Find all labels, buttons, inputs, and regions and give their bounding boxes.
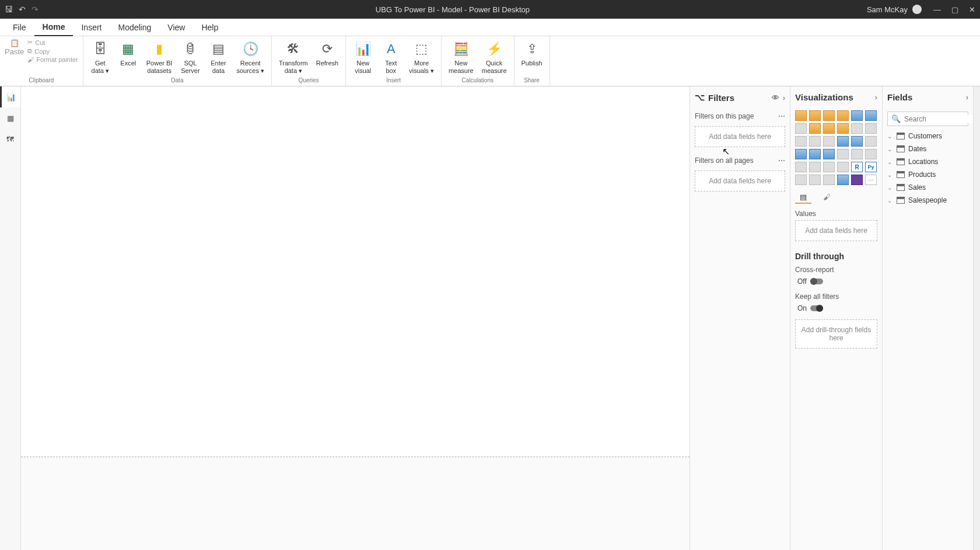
redo-icon[interactable]: ↷ xyxy=(32,5,38,14)
refresh-icon: ⟳ xyxy=(318,40,337,58)
get-data-button[interactable]: 🗄Get data ▾ xyxy=(88,39,113,75)
funnel-icon[interactable] xyxy=(809,136,821,147)
copy-button[interactable]: ⧉Copy xyxy=(27,47,78,55)
refresh-button[interactable]: ⟳Refresh xyxy=(314,39,341,68)
transform-data-button[interactable]: 🛠Transform data ▾ xyxy=(276,39,310,75)
menu-home[interactable]: Home xyxy=(34,19,74,36)
scrollbar-stub[interactable] xyxy=(973,86,980,550)
python-visual-icon[interactable]: Py xyxy=(865,162,877,172)
line-clustered-column-icon[interactable] xyxy=(837,123,849,134)
user-account[interactable]: Sam McKay xyxy=(867,5,922,14)
arcgis-icon[interactable] xyxy=(837,175,849,185)
eye-icon[interactable]: 👁 xyxy=(772,93,779,102)
donut-icon[interactable] xyxy=(851,136,863,147)
quick-measure-button[interactable]: ⚡Quick measure xyxy=(480,39,509,75)
decomposition-icon[interactable] xyxy=(809,175,821,185)
field-table-customers[interactable]: ⌄Customers xyxy=(883,130,973,142)
filters-on-page-label: Filters on this page⋯ xyxy=(690,109,790,124)
window-title: UBG To Power BI - Model - Power BI Deskt… xyxy=(38,5,867,14)
maximize-icon[interactable]: ▢ xyxy=(951,5,958,14)
table-icon xyxy=(897,133,905,140)
report-canvas[interactable] xyxy=(21,86,690,457)
r-visual-icon[interactable]: R xyxy=(851,162,863,172)
ellipsis-icon[interactable]: ⋯ xyxy=(778,112,785,120)
map-icon[interactable] xyxy=(795,149,807,159)
filled-map-icon[interactable] xyxy=(809,149,821,159)
new-measure-button[interactable]: 🧮New measure xyxy=(446,39,476,75)
filters-page-dropzone[interactable]: Add data fields here xyxy=(695,126,785,147)
paste-button[interactable]: 📋 Paste xyxy=(5,39,24,56)
more-visuals-icon[interactable]: ⋯ xyxy=(865,175,877,185)
clipboard-icon: 📋 xyxy=(10,39,19,47)
pbi-datasets-button[interactable]: ▮Power BI datasets xyxy=(144,39,175,75)
model-view-button[interactable]: 🗺 xyxy=(0,128,20,149)
100-stacked-bar-icon[interactable] xyxy=(851,110,863,121)
stacked-column-icon[interactable] xyxy=(809,110,821,121)
more-visuals-button[interactable]: ⬚More visuals ▾ xyxy=(407,39,436,75)
ribbon-chart-icon[interactable] xyxy=(865,123,877,134)
drill-through-dropzone[interactable]: Add drill-through fields here xyxy=(795,319,877,349)
undo-icon[interactable]: ↶ xyxy=(19,5,26,14)
clustered-column-icon[interactable] xyxy=(837,110,849,121)
cross-report-toggle[interactable] xyxy=(810,279,823,284)
enter-data-button[interactable]: ▤Enter data xyxy=(206,39,230,75)
search-input[interactable] xyxy=(904,115,980,123)
sql-server-button[interactable]: 🛢SQL Server xyxy=(178,39,202,75)
100-stacked-column-icon[interactable] xyxy=(865,110,877,121)
cut-button[interactable]: ✂Cut xyxy=(27,39,78,46)
new-visual-button[interactable]: 📊New visual xyxy=(351,39,375,75)
values-dropzone[interactable]: Add data fields here xyxy=(795,220,877,241)
pie-icon[interactable] xyxy=(837,136,849,147)
shape-map-icon[interactable] xyxy=(823,149,835,159)
treemap-icon[interactable] xyxy=(865,136,877,147)
matrix-icon[interactable] xyxy=(837,162,849,172)
field-table-locations[interactable]: ⌄Locations xyxy=(883,155,973,168)
field-table-products[interactable]: ⌄Products xyxy=(883,168,973,181)
fields-tab-icon[interactable]: ▤ xyxy=(795,191,811,204)
waterfall-icon[interactable] xyxy=(795,136,807,147)
menu-view[interactable]: View xyxy=(159,19,193,36)
stacked-bar-icon[interactable] xyxy=(795,110,807,121)
format-painter-button[interactable]: 🖌Format painter xyxy=(27,56,78,63)
stacked-area-icon[interactable] xyxy=(823,123,835,134)
card-icon[interactable] xyxy=(851,149,863,159)
menu-insert[interactable]: Insert xyxy=(73,19,110,36)
gauge-icon[interactable] xyxy=(837,149,849,159)
excel-button[interactable]: ▦Excel xyxy=(116,39,141,68)
recent-sources-button[interactable]: 🕓Recent sources ▾ xyxy=(234,39,267,75)
filters-all-dropzone[interactable]: Add data fields here xyxy=(695,170,785,192)
menu-modeling[interactable]: Modeling xyxy=(110,19,159,36)
report-view-button[interactable]: 📊 xyxy=(0,86,20,107)
line-chart-icon[interactable] xyxy=(795,123,807,134)
keep-filters-toggle[interactable] xyxy=(810,305,823,311)
scatter-icon[interactable] xyxy=(823,136,835,147)
key-influencers-icon[interactable] xyxy=(795,175,807,185)
format-tab-icon[interactable]: 🖌 xyxy=(818,191,835,204)
qa-icon[interactable] xyxy=(823,175,835,185)
collapse-icon[interactable]: › xyxy=(966,93,968,102)
area-chart-icon[interactable] xyxy=(809,123,821,134)
clustered-bar-icon[interactable] xyxy=(823,110,835,121)
minimize-icon[interactable]: — xyxy=(933,5,941,14)
slicer-icon[interactable] xyxy=(809,162,821,172)
kpi-icon[interactable] xyxy=(795,162,807,172)
line-stacked-column-icon[interactable] xyxy=(851,123,863,134)
text-box-button[interactable]: AText box xyxy=(379,39,403,75)
table-icon[interactable] xyxy=(823,162,835,172)
close-icon[interactable]: ✕ xyxy=(969,5,975,14)
fields-search[interactable]: 🔍 xyxy=(887,112,968,126)
menu-help[interactable]: Help xyxy=(193,19,226,36)
database-icon: 🛢 xyxy=(181,40,200,58)
data-view-button[interactable]: ▦ xyxy=(0,107,20,128)
powerapps-icon[interactable] xyxy=(851,175,863,185)
multirow-card-icon[interactable] xyxy=(865,149,877,159)
field-table-sales[interactable]: ⌄Sales xyxy=(883,181,973,194)
field-table-dates[interactable]: ⌄Dates xyxy=(883,142,973,155)
publish-button[interactable]: ⇪Publish xyxy=(519,39,545,68)
field-table-salespeople[interactable]: ⌄Salespeople xyxy=(883,194,973,207)
collapse-icon[interactable]: › xyxy=(875,93,877,102)
collapse-icon[interactable]: › xyxy=(783,93,785,102)
save-icon[interactable]: 🖫 xyxy=(5,5,13,14)
menu-file[interactable]: File xyxy=(5,19,34,36)
ellipsis-icon[interactable]: ⋯ xyxy=(778,156,785,165)
